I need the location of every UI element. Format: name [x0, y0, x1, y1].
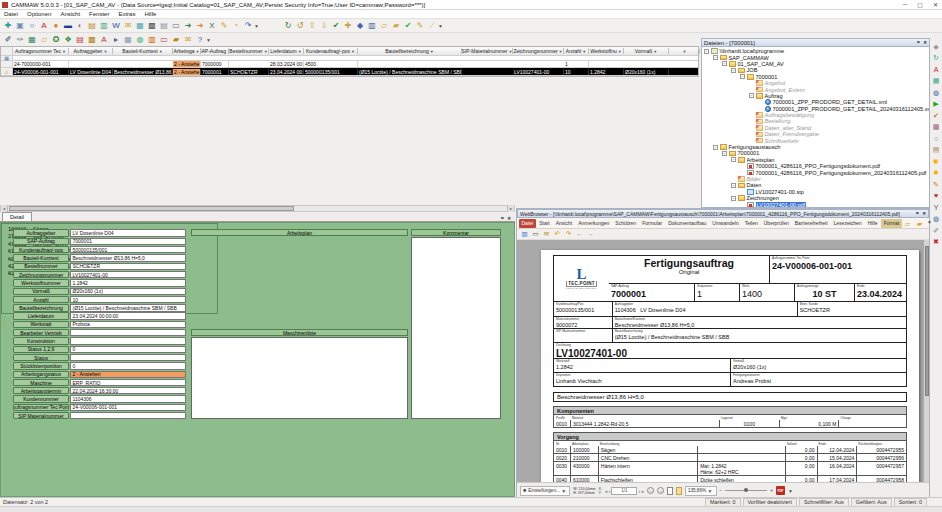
- column-filter-caret-icon[interactable]: ▼: [103, 49, 107, 54]
- stamp-icon[interactable]: ✑: [14, 34, 26, 45]
- tree-expander-icon[interactable]: -: [722, 151, 727, 156]
- printer-icon[interactable]: ▭: [170, 20, 182, 31]
- field-value[interactable]: 10: [70, 296, 186, 303]
- pin-icon[interactable]: ⚑: [916, 40, 920, 45]
- menu-item[interactable]: Datei: [4, 11, 18, 17]
- notes-icon[interactable]: ▤: [86, 20, 98, 31]
- pdf-menu-tab[interactable]: Teilen: [742, 219, 760, 228]
- field-value[interactable]: Ø20x160 (1x): [70, 288, 186, 295]
- refresh-icon[interactable]: ↻: [282, 20, 294, 31]
- shield-icon[interactable]: ◆: [354, 20, 366, 31]
- table-edit-icon[interactable]: ▦: [26, 34, 38, 45]
- font-icon[interactable]: A: [38, 20, 50, 31]
- undo-icon[interactable]: ↶: [553, 230, 562, 239]
- folder-yellow-icon[interactable]: ▱: [38, 34, 50, 45]
- folder-add-icon[interactable]: ▰: [915, 219, 924, 228]
- paint-icon[interactable]: ✐: [2, 34, 14, 45]
- screen-icon[interactable]: ▬: [62, 20, 74, 31]
- field-value[interactable]: 1104306: [70, 395, 186, 402]
- grid-column-header[interactable]: Vormaß▼: [624, 48, 669, 54]
- field-value[interactable]: (Ø15 Loctite) / Beschneidmaschine SBM / …: [70, 304, 186, 311]
- horizontal-scrollbar[interactable]: ◂ ▸: [0, 205, 515, 212]
- pdf-document-area[interactable]: L TEC.POINT TOOLS & TECHNOLOGY Fertigung…: [517, 240, 929, 482]
- tree-expander-icon[interactable]: -: [740, 74, 745, 79]
- toolbar-overflow-caret-icon[interactable]: ▼: [206, 37, 212, 43]
- zoom-in-icon[interactable]: +: [770, 488, 773, 493]
- folder-open-icon[interactable]: ▱: [903, 219, 912, 228]
- column-filter-caret-icon[interactable]: ▼: [508, 49, 512, 54]
- image-icon[interactable]: ▦: [134, 20, 146, 31]
- email-icon[interactable]: ✉: [542, 230, 551, 239]
- badge-icon[interactable]: ❖: [62, 34, 74, 45]
- field-value[interactable]: SCHOETZR: [70, 263, 186, 270]
- settings-dropdown[interactable]: ✱ Einstellungen... ▼: [520, 486, 570, 496]
- pdf-menu-tab[interactable]: Dokumentaufbau: [666, 219, 709, 228]
- field-value[interactable]: [70, 329, 186, 336]
- tree-item[interactable]: LV10027401-00.pdf: [702, 201, 929, 207]
- ruler-yellow-icon[interactable]: ⟋: [426, 20, 438, 31]
- zoom-slider-knob[interactable]: [744, 488, 748, 492]
- font-red-icon[interactable]: A: [931, 64, 941, 74]
- doc-check-icon[interactable]: ✔: [330, 20, 342, 31]
- scroll-right-icon[interactable]: ▸: [507, 205, 514, 212]
- grid-cell[interactable]: 2 - Anstehe: [173, 69, 201, 75]
- share-icon[interactable]: ◈: [931, 41, 941, 51]
- percent-icon[interactable]: ◐: [74, 20, 86, 31]
- toolbar-overflow-caret-icon[interactable]: ▼: [438, 23, 444, 29]
- menu-item[interactable]: Fenster: [89, 11, 109, 17]
- export-green-icon[interactable]: ➜: [182, 20, 194, 31]
- grid-column-header[interactable]: Auftragsnummer Tec▼: [13, 48, 69, 54]
- field-value[interactable]: 0: [70, 362, 186, 369]
- grid-cell[interactable]: 2 - Anstehe: [173, 61, 201, 67]
- column-filter-caret-icon[interactable]: ▼: [430, 49, 434, 54]
- grid-cell[interactable]: Ø20x160 (1x): [624, 69, 669, 75]
- adobe-pdf-icon[interactable]: PDF: [776, 486, 785, 495]
- menu-item[interactable]: Optionen: [27, 11, 51, 17]
- field-value[interactable]: 7000001: [70, 238, 186, 245]
- field-value[interactable]: [70, 337, 186, 344]
- pdf-menu-tab[interactable]: Hilfe: [865, 219, 880, 228]
- minimize-button[interactable]: ─: [903, 1, 907, 8]
- grid-cell[interactable]: 24-V00006-001-001: [13, 69, 69, 75]
- pdf-menu-tab[interactable]: Ansicht: [553, 219, 574, 228]
- grid-row-selected[interactable]: ⚠ 24-V00006-001-001LV Dosenlinie D04Besc…: [1, 68, 698, 76]
- chevron-down-icon[interactable]: ▼: [788, 488, 794, 494]
- close-icon[interactable]: ✖: [507, 216, 511, 221]
- close-red-icon[interactable]: ✖: [931, 237, 941, 247]
- check-green-icon[interactable]: ✔: [402, 20, 414, 31]
- grid-cell[interactable]: 24-7000000-001: [13, 61, 69, 67]
- folder-gear-icon[interactable]: ▰: [170, 34, 182, 45]
- column-filter-caret-icon[interactable]: ▼: [298, 49, 302, 54]
- grid-cell[interactable]: 28.03.2024 00:00: [269, 61, 304, 67]
- pdf-menu-tab[interactable]: Anmerkungen: [576, 219, 612, 228]
- tree-expander-icon[interactable]: -: [713, 145, 718, 150]
- doc-add-icon[interactable]: ✚: [342, 20, 354, 31]
- field-value[interactable]: Probsta: [70, 321, 186, 328]
- package-down-icon[interactable]: ⇩: [318, 20, 330, 31]
- grid-cell[interactable]: 10: [564, 69, 589, 75]
- color-wheel-icon[interactable]: ●: [50, 20, 62, 31]
- grid-cell[interactable]: LV Dosenlinie D04: [69, 69, 113, 75]
- close-icon[interactable]: ✖: [922, 211, 926, 216]
- doc-red-icon[interactable]: ▤: [74, 34, 86, 45]
- grid-column-header[interactable]: Zeichnungsnummer▼: [513, 48, 564, 54]
- box-icon[interactable]: ▩: [86, 34, 98, 45]
- image-icon[interactable]: ▦: [931, 76, 941, 86]
- pdf-menu-tab[interactable]: Schützen: [613, 219, 639, 228]
- tab-detail[interactable]: Detail: [2, 212, 32, 221]
- field-value[interactable]: 2 - Anstehen: [70, 371, 186, 378]
- wye-icon[interactable]: Y: [931, 202, 941, 212]
- mail2-icon[interactable]: ✉: [182, 34, 194, 45]
- tree-expander-icon[interactable]: -: [704, 49, 709, 54]
- single-page-view-icon[interactable]: [667, 487, 673, 495]
- pen-icon[interactable]: ✎: [931, 179, 941, 189]
- field-value[interactable]: 1.2842: [70, 279, 186, 286]
- check-icon[interactable]: ✔: [931, 110, 941, 120]
- grid-row[interactable]: 24-7000000-0012 - Anstehe700000028.03.20…: [1, 61, 698, 68]
- import-orange-icon[interactable]: ➜: [194, 20, 206, 31]
- column-filter-caret-icon[interactable]: ▼: [582, 49, 586, 54]
- field-value[interactable]: 24-V00006-001-001: [70, 404, 186, 411]
- grid-column-header[interactable]: Bauteil-Kurztext▼: [113, 48, 173, 54]
- tree-expander-icon[interactable]: -: [731, 68, 736, 73]
- maschinenliste-box[interactable]: [191, 337, 408, 419]
